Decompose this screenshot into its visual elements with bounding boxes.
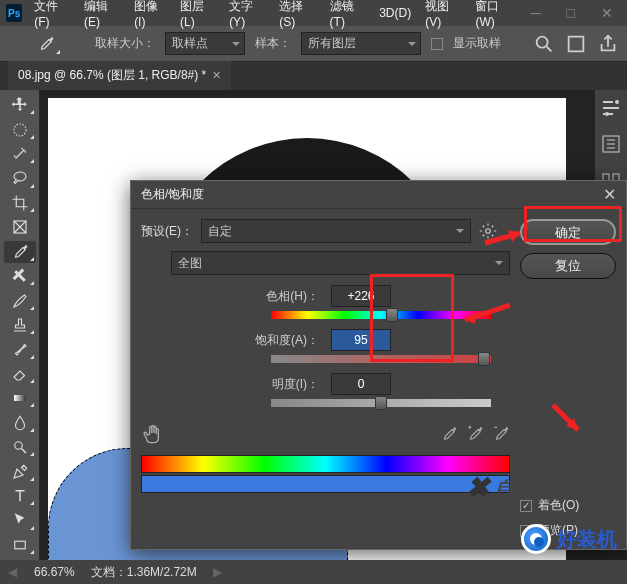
result-color-bar (141, 475, 510, 493)
preset-dropdown[interactable]: 自定 (201, 219, 471, 243)
text-tool[interactable] (4, 485, 36, 507)
show-sample-label: 显示取样 (453, 35, 501, 52)
reset-button[interactable]: 复位 (520, 253, 616, 279)
menu-edit[interactable]: 编辑(E) (78, 0, 126, 33)
path-select-tool[interactable] (4, 509, 36, 531)
lightness-label: 明度(I)： (171, 376, 331, 393)
chevron-right-icon[interactable]: ▶ (213, 565, 223, 579)
close-window-button[interactable]: ✕ (593, 3, 621, 23)
move-tool[interactable] (4, 94, 36, 116)
menu-3d[interactable]: 3D(D) (373, 2, 417, 24)
hue-input[interactable] (331, 285, 391, 307)
dodge-tool[interactable] (4, 436, 36, 458)
menu-type[interactable]: 文字(Y) (223, 0, 271, 33)
brush-tool[interactable] (4, 289, 36, 311)
svg-point-7 (14, 442, 22, 450)
history-brush-tool[interactable] (4, 338, 36, 360)
svg-point-10 (605, 112, 609, 116)
maximize-button[interactable]: □ (559, 3, 583, 23)
dialog-title-text: 色相/饱和度 (141, 186, 204, 203)
eyedropper-tool[interactable] (4, 241, 36, 263)
lightness-input[interactable] (331, 373, 391, 395)
channel-dropdown[interactable]: 全图 (171, 251, 510, 275)
watermark-icon: ✖ (466, 471, 489, 504)
search-icon[interactable] (533, 33, 555, 55)
hue-label: 色相(H)： (171, 288, 331, 305)
svg-rect-6 (14, 395, 26, 401)
menu-view[interactable]: 视图(V) (419, 0, 467, 33)
magic-wand-tool[interactable] (4, 143, 36, 165)
rectangle-tool[interactable] (4, 534, 36, 556)
blur-tool[interactable] (4, 411, 36, 433)
menu-filter[interactable]: 滤镜(T) (324, 0, 372, 33)
sample-label: 样本： (255, 35, 291, 52)
document-tab[interactable]: 08.jpg @ 66.7% (图层 1, RGB/8#) * ✕ (8, 60, 231, 90)
lightness-slider[interactable] (271, 399, 491, 407)
svg-rect-8 (14, 541, 25, 549)
menu-image[interactable]: 图像(I) (128, 0, 172, 33)
minimize-button[interactable]: ─ (523, 3, 549, 23)
menu-layer[interactable]: 图层(L) (174, 0, 221, 33)
eyedropper-plus-icon[interactable] (466, 425, 484, 443)
saturation-input[interactable] (331, 329, 391, 351)
svg-point-2 (14, 124, 26, 136)
share-icon[interactable] (597, 33, 619, 55)
tab-close-icon[interactable]: ✕ (212, 69, 221, 82)
workspace-icon[interactable] (565, 33, 587, 55)
sample-size-dropdown[interactable]: 取样点 (165, 32, 245, 55)
watermark: 好装机 (521, 524, 617, 554)
eyedropper-minus-icon[interactable] (492, 425, 510, 443)
gradient-tool[interactable] (4, 387, 36, 409)
saturation-slider[interactable] (271, 355, 491, 363)
saturation-label: 饱和度(A)： (171, 332, 331, 349)
hue-spectrum-bar (141, 455, 510, 473)
ps-logo: Ps (6, 4, 22, 22)
dialog-titlebar[interactable]: 色相/饱和度 ✕ (131, 181, 626, 209)
svg-rect-1 (569, 36, 584, 51)
lasso-tool[interactable] (4, 167, 36, 189)
spot-heal-tool[interactable] (4, 265, 36, 287)
menu-select[interactable]: 选择(S) (273, 0, 321, 33)
sample-size-label: 取样大小： (95, 35, 155, 52)
eyedropper-tool-icon[interactable] (30, 32, 62, 56)
eyedropper-icon[interactable] (440, 425, 458, 443)
adjustments-icon[interactable] (599, 132, 623, 156)
preset-label: 预设(E)： (141, 223, 193, 240)
chevron-left-icon[interactable]: ◀ (8, 565, 18, 579)
tab-bar: 08.jpg @ 66.7% (图层 1, RGB/8#) * ✕ (0, 62, 627, 90)
eraser-tool[interactable] (4, 363, 36, 385)
menu-window[interactable]: 窗口(W) (469, 0, 520, 33)
watermark-text: 好装机 (557, 526, 617, 553)
marquee-tool[interactable] (4, 118, 36, 140)
svg-point-0 (537, 36, 548, 47)
gear-icon[interactable] (479, 222, 497, 240)
zoom-level[interactable]: 66.67% (34, 565, 75, 579)
svg-point-9 (615, 100, 619, 104)
properties-icon[interactable] (599, 96, 623, 120)
svg-point-14 (486, 229, 491, 234)
stamp-tool[interactable] (4, 314, 36, 336)
status-bar: ◀ 66.67% 文档：1.36M/2.72M ▶ (0, 560, 627, 584)
dialog-close-icon[interactable]: ✕ (603, 185, 616, 204)
crop-tool[interactable] (4, 192, 36, 214)
frame-tool[interactable] (4, 216, 36, 238)
doc-size-value: 1.36M/2.72M (127, 565, 197, 579)
hand-tool-icon[interactable] (141, 421, 167, 447)
watermark-text: 自由互联 (495, 476, 567, 500)
pen-tool[interactable] (4, 460, 36, 482)
eyedropper-set (440, 425, 510, 443)
tab-title: 08.jpg @ 66.7% (图层 1, RGB/8#) * (18, 67, 206, 84)
menu-bar: Ps 文件(F) 编辑(E) 图像(I) 图层(L) 文字(Y) 选择(S) 滤… (0, 0, 627, 26)
show-sample-checkbox[interactable] (431, 38, 443, 50)
doc-size-label: 文档： (91, 565, 127, 579)
menu-file[interactable]: 文件(F) (28, 0, 76, 33)
toolbar (0, 90, 40, 560)
hue-slider[interactable] (271, 311, 491, 319)
ok-button[interactable]: 确定 (520, 219, 616, 245)
watermark-icon (521, 524, 551, 554)
watermark: ✖ 自由互联 (466, 471, 567, 504)
sample-dropdown[interactable]: 所有图层 (301, 32, 421, 55)
